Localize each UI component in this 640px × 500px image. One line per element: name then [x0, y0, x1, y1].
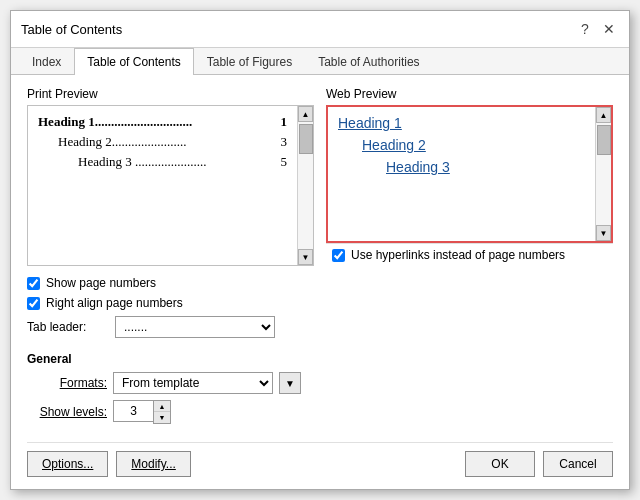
hyperlinks-checkbox-row: Use hyperlinks instead of page numbers [326, 243, 613, 266]
print-preview-panel: Heading 1..............................1… [27, 105, 314, 266]
close-button[interactable]: ✕ [599, 19, 619, 39]
hyperlinks-checkbox[interactable] [332, 249, 345, 262]
scroll-thumb[interactable] [299, 124, 313, 154]
dialog-title: Table of Contents [21, 22, 122, 37]
table-of-contents-dialog: Table of Contents ? ✕ Index Table of Con… [10, 10, 630, 490]
show-levels-row: Show levels: ▲ ▼ [27, 400, 613, 424]
show-levels-input[interactable] [113, 400, 153, 422]
cancel-button[interactable]: Cancel [543, 451, 613, 477]
bottom-left-buttons: Options... Modify... [27, 451, 191, 477]
scroll-track [298, 122, 313, 249]
web-heading1[interactable]: Heading 1 [338, 115, 585, 131]
web-heading2[interactable]: Heading 2 [338, 137, 585, 153]
tab-toc[interactable]: Table of Contents [74, 48, 193, 75]
title-bar: Table of Contents ? ✕ [11, 11, 629, 48]
scroll-down-btn[interactable]: ▼ [298, 249, 313, 265]
right-align-row: Right align page numbers [27, 296, 613, 310]
tab-leader-label: Tab leader: [27, 320, 107, 334]
modify-button[interactable]: Modify... [116, 451, 190, 477]
tab-index[interactable]: Index [19, 48, 74, 75]
general-section: General Formats: From template ▼ Show le… [27, 352, 613, 430]
scroll-up-btn[interactable]: ▲ [298, 106, 313, 122]
right-align-label[interactable]: Right align page numbers [46, 296, 183, 310]
tab-figures[interactable]: Table of Figures [194, 48, 305, 75]
formats-label: Formats: [27, 376, 107, 390]
web-scroll-down-btn[interactable]: ▼ [596, 225, 611, 241]
general-title: General [27, 352, 613, 366]
web-heading3[interactable]: Heading 3 [338, 159, 585, 175]
bottom-area: Options... Modify... OK Cancel [27, 442, 613, 477]
title-bar-right: ? ✕ [575, 19, 619, 39]
print-preview-wrapper: Print Preview Heading 1.................… [27, 87, 314, 266]
print-preview-scrollbar[interactable]: ▲ ▼ [297, 106, 313, 265]
web-preview-label: Web Preview [326, 87, 613, 101]
print-preview-label: Print Preview [27, 87, 314, 101]
print-heading3: Heading 3 ......................5 [38, 154, 287, 170]
web-scroll-thumb[interactable] [597, 125, 611, 155]
formats-select[interactable]: From template [113, 372, 273, 394]
options-section: Show page numbers Right align page numbe… [27, 276, 613, 338]
tab-leader-select[interactable]: ....... [115, 316, 275, 338]
show-page-numbers-checkbox[interactable] [27, 277, 40, 290]
show-levels-spinner: ▲ ▼ [113, 400, 171, 424]
spinner-buttons: ▲ ▼ [153, 400, 171, 424]
formats-row: Formats: From template ▼ [27, 372, 613, 394]
print-preview-content: Heading 1..............................1… [28, 106, 297, 265]
right-align-checkbox[interactable] [27, 297, 40, 310]
two-panels: Print Preview Heading 1.................… [27, 87, 613, 266]
ok-button[interactable]: OK [465, 451, 535, 477]
bottom-right-buttons: OK Cancel [465, 451, 613, 477]
tabs-bar: Index Table of Contents Table of Figures… [11, 48, 629, 75]
web-preview-scrollbar[interactable]: ▲ ▼ [595, 107, 611, 241]
tab-leader-row: Tab leader: ....... [27, 316, 613, 338]
help-button[interactable]: ? [575, 19, 595, 39]
tab-authorities[interactable]: Table of Authorities [305, 48, 432, 75]
web-scroll-track [596, 123, 611, 225]
title-bar-left: Table of Contents [21, 22, 122, 37]
dialog-body: Print Preview Heading 1.................… [11, 75, 629, 489]
web-preview-wrapper: Web Preview Heading 1 Heading 2 Heading … [326, 87, 613, 266]
show-page-numbers-label[interactable]: Show page numbers [46, 276, 156, 290]
spinner-up-btn[interactable]: ▲ [154, 401, 170, 412]
show-levels-label: Show levels: [27, 405, 107, 419]
print-heading1: Heading 1..............................1 [38, 114, 287, 130]
spinner-down-btn[interactable]: ▼ [154, 412, 170, 423]
web-scroll-up-btn[interactable]: ▲ [596, 107, 611, 123]
print-heading2: Heading 2.......................3 [38, 134, 287, 150]
hyperlinks-label[interactable]: Use hyperlinks instead of page numbers [351, 248, 565, 262]
web-preview-panel: Heading 1 Heading 2 Heading 3 ▲ ▼ [326, 105, 613, 243]
formats-dropdown-btn[interactable]: ▼ [279, 372, 301, 394]
web-preview-content: Heading 1 Heading 2 Heading 3 [328, 107, 595, 241]
show-page-numbers-row: Show page numbers [27, 276, 613, 290]
options-button[interactable]: Options... [27, 451, 108, 477]
